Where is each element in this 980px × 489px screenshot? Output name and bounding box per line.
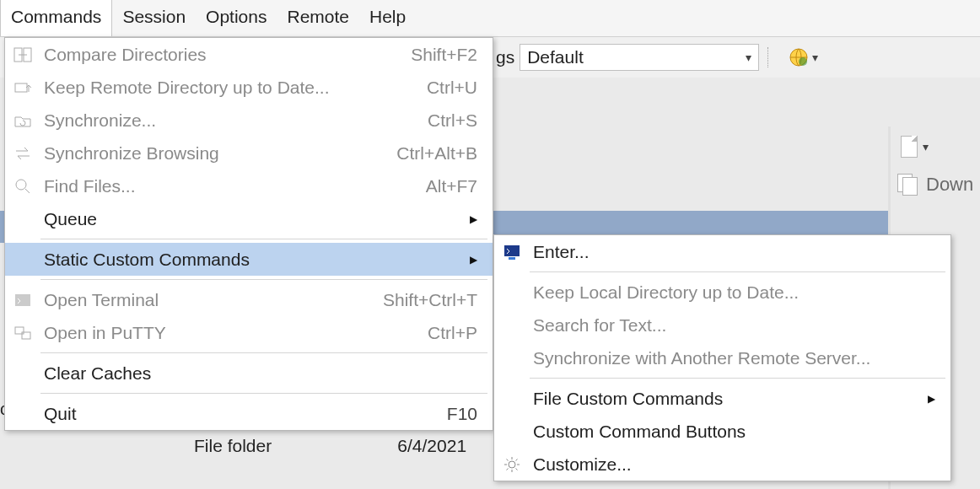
menu-separator [40, 352, 487, 353]
menu-item-label: Synchronize... [40, 110, 394, 131]
menu-item-compare-directories[interactable]: Compare Directories Shift+F2 [5, 38, 493, 71]
menu-item-label: File Custom Commands [530, 389, 902, 409]
menu-item-find-files[interactable]: Find Files... Alt+F7 [5, 169, 493, 202]
svg-rect-10 [509, 257, 515, 260]
menu-item-custom-command-buttons[interactable]: Custom Command Buttons [494, 415, 950, 448]
menu-separator [40, 279, 487, 280]
svg-point-1 [799, 57, 807, 66]
menu-item-open-in-putty[interactable]: Open in PuTTY Ctrl+P [5, 316, 493, 349]
menu-separator [530, 271, 945, 272]
menu-item-queue[interactable]: Queue ▶ [5, 202, 493, 235]
menu-session[interactable]: Session [112, 0, 196, 36]
menu-remote[interactable]: Remote [277, 0, 359, 36]
file-type-cell: File folder [194, 436, 397, 456]
menu-item-label: Open Terminal [40, 290, 349, 310]
menu-item-shortcut: Ctrl+P [394, 323, 477, 343]
file-date-cell: 6/4/2021 [397, 436, 498, 456]
menu-item-file-custom-commands[interactable]: File Custom Commands ▶ [494, 382, 950, 415]
menu-item-shortcut: Shift+F2 [377, 45, 477, 65]
chevron-down-icon: ▾ [746, 51, 751, 64]
svg-point-11 [509, 461, 515, 468]
menu-item-label: Custom Command Buttons [530, 422, 935, 442]
menu-item-keep-local-up-to-date[interactable]: Keep Local Directory up to Date... [494, 276, 950, 309]
remote-panel-doc-dropdown[interactable]: ▾ [901, 136, 929, 158]
submenu-arrow-icon: ▶ [928, 393, 935, 405]
menu-separator [40, 239, 487, 239]
menu-item-label: Quit [40, 404, 413, 424]
arrows-lr-icon [5, 144, 40, 163]
menu-item-label: Customize... [530, 454, 935, 475]
menu-item-synchronize-browsing[interactable]: Synchronize Browsing Ctrl+Alt+B [5, 137, 493, 169]
menu-item-sync-another-remote[interactable]: Synchronize with Another Remote Server..… [494, 341, 950, 374]
menu-item-label: Keep Remote Directory up to Date... [40, 78, 393, 98]
gear-icon [494, 455, 530, 474]
menu-item-shortcut: Ctrl+Alt+B [363, 143, 477, 164]
menu-help[interactable]: Help [359, 0, 416, 36]
download-button[interactable]: Down [894, 167, 980, 202]
menu-item-label: Compare Directories [40, 45, 377, 65]
svg-point-5 [16, 180, 26, 190]
menu-item-label: Find Files... [40, 176, 392, 196]
globe-icon [789, 47, 809, 67]
menu-item-label: Static Custom Commands [40, 250, 444, 270]
sync-up-icon [5, 78, 40, 97]
menu-commands[interactable]: Commands [0, 0, 112, 36]
menu-item-enter[interactable]: Enter... [494, 235, 950, 268]
menu-item-clear-caches[interactable]: Clear Caches [5, 357, 493, 390]
table-row[interactable]: File folder 6/4/2021 [194, 432, 498, 460]
menu-item-label: Keep Local Directory up to Date... [530, 282, 935, 303]
static-custom-commands-submenu: Enter... Keep Local Directory up to Date… [493, 234, 951, 481]
menu-item-synchronize[interactable]: Synchronize... Ctrl+S [5, 104, 493, 137]
menu-separator [40, 393, 487, 394]
chevron-down-icon: ▾ [923, 140, 929, 153]
menu-item-label: Open in PuTTY [40, 323, 394, 343]
menu-item-label: Synchronize with Another Remote Server..… [530, 348, 935, 368]
menu-item-label: Enter... [530, 242, 935, 262]
menu-options[interactable]: Options [196, 0, 277, 36]
menu-item-quit[interactable]: Quit F10 [5, 397, 493, 430]
svg-rect-4 [15, 83, 27, 92]
document-icon [901, 136, 918, 158]
menu-item-label: Search for Text... [530, 315, 935, 336]
files-icon [897, 174, 919, 196]
menu-item-open-terminal[interactable]: Open Terminal Shift+Ctrl+T [5, 283, 493, 316]
menu-item-label: Queue [40, 209, 444, 229]
menu-item-static-custom-commands[interactable]: Static Custom Commands ▶ [5, 243, 493, 276]
svg-rect-9 [504, 245, 520, 256]
menu-item-keep-remote-up-to-date[interactable]: Keep Remote Directory up to Date... Ctrl… [5, 71, 493, 104]
download-label: Down [926, 174, 973, 196]
menu-item-shortcut: Shift+Ctrl+T [349, 290, 477, 310]
menu-item-search-for-text[interactable]: Search for Text... [494, 309, 950, 341]
compare-icon [5, 46, 40, 64]
menu-item-customize[interactable]: Customize... [494, 448, 950, 481]
transfer-settings-value: Default [527, 47, 584, 67]
menu-separator [530, 378, 945, 379]
menu-item-shortcut: Alt+F7 [392, 176, 477, 196]
transfer-settings-select[interactable]: Default ▾ [520, 44, 759, 71]
remote-panel: ▾ Down [894, 126, 980, 202]
terminal-icon [5, 291, 40, 309]
menu-item-label: Synchronize Browsing [40, 143, 363, 164]
screen-icon [494, 242, 530, 262]
putty-icon [5, 324, 40, 342]
commands-menu: Compare Directories Shift+F2 Keep Remote… [4, 37, 493, 431]
menu-item-shortcut: Ctrl+S [394, 110, 477, 131]
menu-item-label: Clear Caches [40, 363, 477, 384]
submenu-arrow-icon: ▶ [470, 254, 477, 266]
menu-item-shortcut: Ctrl+U [393, 78, 477, 98]
folder-sync-icon [5, 111, 40, 130]
svg-rect-6 [15, 294, 30, 306]
submenu-arrow-icon: ▶ [470, 213, 477, 225]
menubar: Commands Session Options Remote Help [0, 0, 980, 37]
transfer-settings-label-trunc: gs [496, 47, 514, 67]
chevron-down-icon: ▾ [812, 51, 818, 64]
menu-item-shortcut: F10 [413, 404, 477, 424]
magnifier-icon [5, 177, 40, 196]
transfer-settings-config-button[interactable]: ▾ [789, 47, 818, 67]
